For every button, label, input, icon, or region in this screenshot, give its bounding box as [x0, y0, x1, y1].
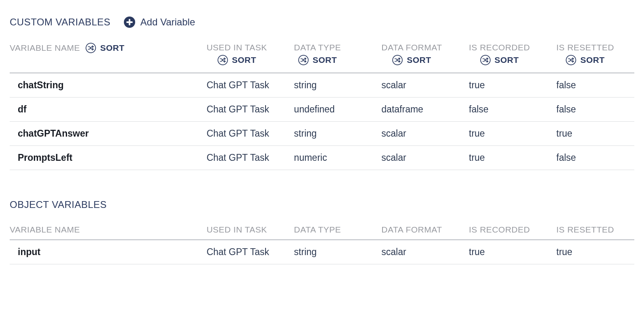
col-header-label: IS RESETTED	[556, 43, 614, 52]
cell-is-resetted: false	[553, 146, 634, 170]
col-header-label: VARIABLE NAME	[10, 225, 80, 234]
cell-variable-name: df	[10, 98, 203, 122]
shuffle-icon	[392, 55, 403, 65]
cell-is-recorded: true	[466, 73, 553, 98]
cell-variable-name: chatGPTAnswer	[10, 122, 203, 146]
col-header-is-recorded: IS RECORDED	[466, 222, 553, 240]
object-variables-table: VARIABLE NAME USED IN TASK DATA TYPE DAT…	[10, 222, 634, 264]
sort-label: SORT	[495, 55, 519, 65]
custom-variables-section: CUSTOM VARIABLES Add Variable VARIABLE N…	[10, 16, 634, 170]
col-header-is-resetted: IS RESETTED	[553, 222, 634, 240]
sort-label: SORT	[580, 55, 604, 65]
col-header-data-format: DATA FORMAT	[378, 222, 466, 240]
col-header-variable-name: VARIABLE NAME SORT	[10, 39, 203, 73]
cell-data-format: dataframe	[378, 98, 466, 122]
col-header-label: DATA TYPE	[294, 43, 341, 52]
sort-button-is-resetted[interactable]: SORT	[566, 55, 604, 65]
shuffle-icon	[217, 55, 228, 65]
shuffle-icon	[86, 43, 96, 53]
cell-is-resetted: true	[553, 122, 634, 146]
col-header-is-recorded: IS RECORDED SORT	[466, 39, 553, 73]
cell-data-type: string	[291, 73, 378, 98]
col-header-label: USED IN TASK	[207, 225, 267, 234]
col-header-data-type: DATA TYPE SORT	[291, 39, 378, 73]
sort-label: SORT	[100, 43, 124, 53]
cell-data-format: scalar	[378, 73, 466, 98]
col-header-data-format: DATA FORMAT SORT	[378, 39, 466, 73]
sort-button-used-in-task[interactable]: SORT	[217, 55, 256, 65]
table-row[interactable]: df Chat GPT Task undefined dataframe fal…	[10, 98, 634, 122]
sort-button-variable-name[interactable]: SORT	[86, 43, 124, 53]
cell-data-format: scalar	[378, 122, 466, 146]
cell-data-type: string	[291, 240, 378, 264]
cell-variable-name: chatString	[10, 73, 203, 98]
sort-button-data-format[interactable]: SORT	[392, 55, 431, 65]
sort-button-is-recorded[interactable]: SORT	[480, 55, 519, 65]
cell-data-type: string	[291, 122, 378, 146]
shuffle-icon	[480, 55, 491, 65]
sort-button-data-type[interactable]: SORT	[298, 55, 337, 65]
custom-variables-title: CUSTOM VARIABLES	[10, 17, 111, 28]
col-header-used-in-task: USED IN TASK	[203, 222, 291, 240]
col-header-used-in-task: USED IN TASK SORT	[203, 39, 291, 73]
sort-label: SORT	[407, 55, 431, 65]
col-header-label: IS RESETTED	[556, 225, 614, 234]
object-variables-section: OBJECT VARIABLES VARIABLE NAME USED IN T…	[10, 199, 634, 264]
col-header-label: IS RECORDED	[469, 43, 530, 52]
col-header-label: DATA FORMAT	[381, 225, 442, 234]
cell-is-recorded: false	[466, 98, 553, 122]
shuffle-icon	[566, 55, 576, 65]
col-header-is-resetted: IS RESETTED SORT	[553, 39, 634, 73]
cell-data-format: scalar	[378, 240, 466, 264]
shuffle-icon	[298, 55, 309, 65]
col-header-variable-name: VARIABLE NAME	[10, 222, 203, 240]
cell-used-in-task: Chat GPT Task	[203, 240, 291, 264]
cell-data-type: undefined	[291, 98, 378, 122]
cell-used-in-task: Chat GPT Task	[203, 73, 291, 98]
table-row[interactable]: PromptsLeft Chat GPT Task numeric scalar…	[10, 146, 634, 170]
table-row[interactable]: chatString Chat GPT Task string scalar t…	[10, 73, 634, 98]
col-header-label: VARIABLE NAME	[10, 43, 80, 53]
cell-is-resetted: true	[553, 240, 634, 264]
cell-is-recorded: true	[466, 146, 553, 170]
col-header-label: IS RECORDED	[469, 225, 530, 234]
cell-data-type: numeric	[291, 146, 378, 170]
cell-is-resetted: false	[553, 98, 634, 122]
col-header-label: DATA TYPE	[294, 225, 341, 234]
cell-is-recorded: true	[466, 240, 553, 264]
col-header-data-type: DATA TYPE	[291, 222, 378, 240]
add-variable-label: Add Variable	[140, 17, 195, 28]
cell-is-recorded: true	[466, 122, 553, 146]
add-variable-button[interactable]: Add Variable	[123, 16, 195, 28]
cell-used-in-task: Chat GPT Task	[203, 98, 291, 122]
custom-variables-table: VARIABLE NAME SORT USED IN TASK	[10, 39, 634, 170]
sort-label: SORT	[232, 55, 256, 65]
cell-data-format: scalar	[378, 146, 466, 170]
sort-label: SORT	[313, 55, 337, 65]
cell-used-in-task: Chat GPT Task	[203, 122, 291, 146]
object-variables-title: OBJECT VARIABLES	[10, 199, 107, 210]
cell-used-in-task: Chat GPT Task	[203, 146, 291, 170]
cell-variable-name: PromptsLeft	[10, 146, 203, 170]
cell-is-resetted: false	[553, 73, 634, 98]
table-row[interactable]: chatGPTAnswer Chat GPT Task string scala…	[10, 122, 634, 146]
plus-circle-icon	[123, 16, 136, 28]
table-row[interactable]: input Chat GPT Task string scalar true t…	[10, 240, 634, 264]
cell-variable-name: input	[10, 240, 203, 264]
col-header-label: USED IN TASK	[207, 43, 267, 52]
col-header-label: DATA FORMAT	[381, 43, 442, 52]
